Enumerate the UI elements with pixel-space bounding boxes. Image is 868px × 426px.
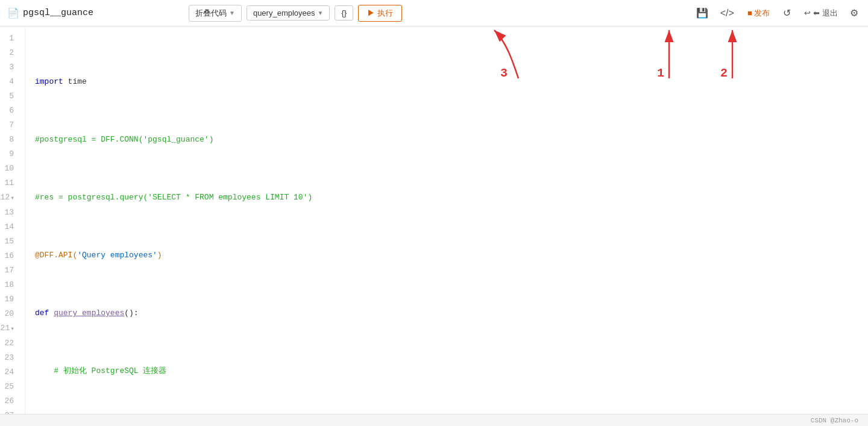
- save-icon: 💾: [696, 7, 708, 19]
- line-num-10: 10: [0, 161, 19, 176]
- line-num-19: 19: [0, 292, 19, 307]
- code-line-2: #postgresql = DFF.CONN('pgsql_guance'): [35, 133, 868, 147]
- line-num-20: 20: [0, 307, 19, 321]
- line-numbers: 1 2 3 4 5 6 7 8 9 10 11 12 13 14 15 16 1…: [0, 27, 25, 414]
- query-selector-label: query_employees: [253, 8, 315, 17]
- line-num-6: 6: [0, 104, 19, 118]
- code-view-button[interactable]: </>: [717, 5, 738, 21]
- topbar-center-controls: 折叠代码 ▼ query_employees ▼ {} ▶ 执行: [189, 5, 402, 22]
- run-label: ▶ 执行: [367, 8, 393, 19]
- exit-label: ⬅ 退出: [813, 8, 838, 19]
- code-editor: 1 2 3 4 5 6 7 8 9 10 11 12 13 14 15 16 1…: [0, 27, 868, 414]
- topbar: 📄 pgsql__guance 折叠代码 ▼ query_employees ▼…: [0, 0, 868, 27]
- fold-code-button[interactable]: 折叠代码 ▼: [189, 5, 242, 22]
- line-num-1: 1: [0, 31, 19, 46]
- publish-button[interactable]: ■ 发布: [743, 5, 775, 21]
- settings-icon: ⚙: [850, 8, 858, 18]
- statusbar: CSDN @Zhao-o: [0, 414, 868, 426]
- line-num-26: 26: [0, 394, 19, 409]
- code-line-5: def query_employees():: [35, 306, 868, 321]
- undo-button[interactable]: ↺: [779, 5, 794, 21]
- line-num-5: 5: [0, 89, 19, 104]
- line-num-25: 25: [0, 380, 19, 394]
- publish-label: ■ 发布: [747, 8, 770, 19]
- line-num-27: 27: [0, 409, 19, 414]
- code-icon: </>: [720, 8, 734, 19]
- file-icon: 📄: [7, 7, 19, 19]
- braces-label: {}: [341, 8, 347, 17]
- line-num-24: 24: [0, 365, 19, 380]
- line-num-18: 18: [0, 278, 19, 292]
- chevron-down-icon: ▼: [229, 10, 235, 16]
- code-line-4: @DFF.API('Query employees'): [35, 248, 868, 263]
- line-num-23: 23: [0, 351, 19, 365]
- line-num-14: 14: [0, 220, 19, 234]
- query-selector-button[interactable]: query_employees ▼: [247, 5, 330, 20]
- line-num-11: 11: [0, 176, 19, 190]
- title-text: pgsql__guance: [23, 8, 93, 18]
- line-num-3: 3: [0, 60, 19, 75]
- line-num-13: 13: [0, 205, 19, 220]
- line-num-17: 17: [0, 263, 19, 278]
- code-line-6: # 初始化 PostgreSQL 连接器: [35, 364, 868, 378]
- save-button[interactable]: 💾: [693, 5, 712, 21]
- settings-button[interactable]: ⚙: [848, 5, 861, 21]
- topbar-right-controls: 💾 </> ■ 发布 ↺ ↩ ⬅ 退出 ⚙: [693, 5, 861, 21]
- exit-icon: ↩: [804, 8, 811, 17]
- line-num-9: 9: [0, 147, 19, 161]
- fold-code-label: 折叠代码: [195, 8, 227, 19]
- line-num-4: 4: [0, 75, 19, 89]
- line-num-8: 8: [0, 133, 19, 147]
- line-num-12: 12: [0, 190, 19, 205]
- run-button[interactable]: ▶ 执行: [358, 5, 402, 22]
- line-num-2: 2: [0, 46, 19, 60]
- code-line-1: import time: [35, 75, 868, 89]
- braces-button[interactable]: {}: [335, 5, 353, 20]
- code-lines[interactable]: import time #postgresql = DFF.CONN('pgsq…: [25, 27, 868, 414]
- undo-icon: ↺: [783, 7, 791, 19]
- line-num-15: 15: [0, 234, 19, 249]
- line-num-21: 21: [0, 321, 19, 336]
- line-num-16: 16: [0, 249, 19, 263]
- code-line-3: #res = postgresql.query('SELECT * FROM e…: [35, 190, 868, 205]
- file-title: 📄 pgsql__guance: [7, 7, 116, 19]
- line-num-22: 22: [0, 336, 19, 351]
- credit-text: CSDN @Zhao-o: [811, 417, 858, 424]
- chevron-down-icon-2: ▼: [318, 10, 324, 16]
- exit-button[interactable]: ↩ ⬅ 退出: [799, 5, 843, 21]
- line-num-7: 7: [0, 118, 19, 133]
